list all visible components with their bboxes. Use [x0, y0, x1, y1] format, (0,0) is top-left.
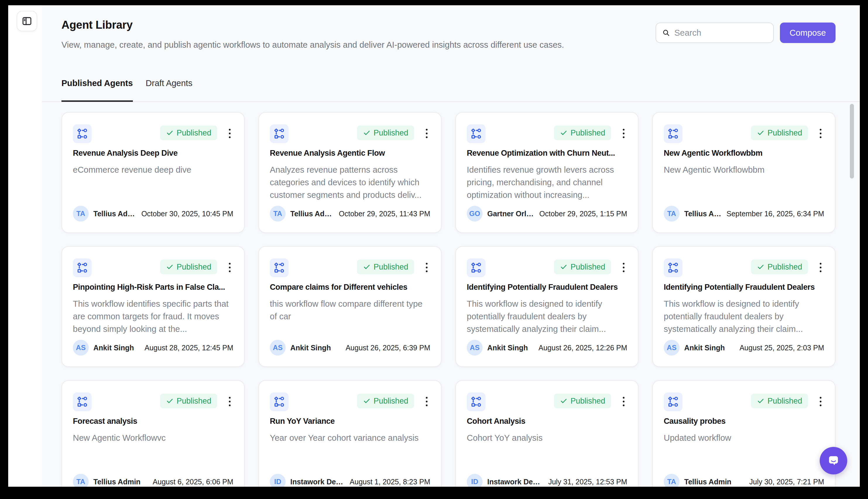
card-menu-button[interactable] [817, 126, 824, 141]
agent-card[interactable]: Published Pinpointing High-Risk Parts in… [61, 246, 245, 367]
card-timestamp: August 1, 2025, 8:23 PM [350, 478, 430, 486]
card-footer: AS Ankit Singh August 26, 2025, 6:39 PM [270, 340, 430, 356]
card-footer: ID Instawork Devel... July 31, 2025, 12:… [467, 474, 627, 487]
scrollbar-thumb[interactable] [850, 104, 854, 179]
tab-draft-agents[interactable]: Draft Agents [146, 78, 193, 102]
published-status-badge: Published [357, 259, 414, 274]
card-menu-button[interactable] [817, 260, 824, 275]
published-status-badge: Published [751, 125, 808, 140]
card-title: Causality probes [664, 416, 824, 426]
check-icon [166, 129, 173, 137]
search-box[interactable] [656, 23, 774, 43]
agent-card[interactable]: Published Revenue Analysis Agentic Flow … [258, 112, 442, 233]
check-icon [560, 263, 567, 271]
agent-card[interactable]: Published Identifying Potentially Fraudu… [455, 246, 638, 367]
card-menu-button[interactable] [817, 394, 824, 409]
card-title: New Agentic Workflowbbm [664, 148, 824, 158]
card-footer: TA Tellius Admin August 6, 2025, 6:06 PM [73, 474, 233, 487]
left-rail [8, 5, 42, 487]
author-name: Ankit Singh [684, 344, 725, 352]
card-timestamp: August 26, 2025, 6:39 PM [346, 344, 430, 352]
card-menu-button[interactable] [226, 394, 234, 409]
status-badge-label: Published [176, 397, 211, 406]
sidebar-toggle-button[interactable] [17, 11, 37, 31]
card-menu-button[interactable] [620, 260, 627, 275]
agent-card[interactable]: Published Revenue Optimization with Chur… [455, 112, 638, 233]
card-title: Pinpointing High-Risk Parts in False Cla… [73, 282, 233, 292]
card-description: This workflow is designed to identify po… [664, 297, 824, 336]
workflow-icon-tile [73, 258, 91, 277]
card-menu-button[interactable] [423, 394, 430, 409]
card-menu-button[interactable] [423, 260, 430, 275]
card-title: Cohort Analysis [467, 416, 627, 426]
card-footer: TA Tellius Admin October 30, 2025, 10:45… [73, 206, 233, 221]
workflow-icon [273, 396, 285, 408]
card-timestamp: July 31, 2025, 12:53 PM [548, 478, 627, 486]
card-menu-button[interactable] [226, 260, 234, 275]
compose-button[interactable]: Compose [780, 23, 835, 43]
agent-card[interactable]: Published Compare claims for Different v… [258, 246, 442, 367]
card-timestamp: August 25, 2025, 2:03 PM [739, 344, 824, 352]
author-avatar: TA [664, 474, 680, 487]
published-status-badge: Published [751, 394, 808, 408]
workflow-icon-tile [467, 392, 486, 411]
author-avatar: AS [467, 340, 482, 356]
card-menu-button[interactable] [620, 394, 627, 409]
card-description: eCommerce revenue deep dive [73, 163, 233, 176]
published-status-badge: Published [554, 259, 611, 274]
author-name: Instawork Devel... [290, 478, 345, 486]
author-avatar: TA [270, 206, 286, 221]
agent-card[interactable]: Published Run YoY Variance Year over Yea… [258, 380, 442, 487]
tab-bar: Published Agents Draft Agents [61, 78, 192, 102]
card-title: Revenue Optimization with Churn Neut... [467, 148, 627, 158]
workflow-icon-tile [73, 124, 91, 143]
status-badge-label: Published [374, 263, 408, 271]
status-badge-label: Published [374, 129, 408, 137]
card-menu-button[interactable] [620, 126, 627, 141]
agent-card[interactable]: Published Cohort Analysis Cohort YoY ana… [455, 380, 638, 487]
workflow-icon [470, 262, 482, 273]
card-menu-button[interactable] [226, 126, 234, 141]
check-icon [166, 263, 173, 271]
check-icon [757, 397, 765, 405]
workflow-icon-tile [73, 392, 91, 411]
check-icon [363, 129, 370, 137]
published-status-badge: Published [160, 394, 217, 408]
search-icon [662, 28, 670, 37]
check-icon [757, 129, 765, 137]
panel-layout-icon [21, 15, 33, 27]
card-title: Compare claims for Different vehicles [270, 282, 430, 292]
card-menu-button[interactable] [423, 126, 430, 141]
screenshot-frame: Agent Library View, manage, create, and … [0, 0, 868, 499]
card-title: Revenue Analysis Agentic Flow [270, 148, 430, 158]
page-title: Agent Library [61, 18, 133, 32]
search-input[interactable] [674, 28, 767, 38]
workflow-icon [76, 396, 88, 408]
agent-card[interactable]: Published Identifying Potentially Fraudu… [652, 246, 835, 367]
agent-card[interactable]: Published Causality probes Updated workf… [652, 380, 835, 487]
author-avatar: GO [467, 206, 482, 221]
card-timestamp: October 30, 2025, 10:45 PM [141, 209, 233, 218]
check-icon [166, 397, 173, 405]
check-icon [560, 397, 567, 405]
card-timestamp: July 30, 2025, 7:21 PM [749, 478, 824, 486]
chat-launcher-button[interactable] [820, 447, 847, 474]
card-title: Identifying Potentially Fraudulent Deale… [664, 282, 824, 292]
tab-published-agents[interactable]: Published Agents [61, 78, 133, 102]
card-description: This workflow identifies specific parts … [73, 297, 233, 336]
author-avatar: AS [73, 340, 89, 356]
status-badge-label: Published [176, 129, 211, 137]
card-footer: AS Ankit Singh August 28, 2025, 12:45 PM [73, 340, 233, 356]
published-status-badge: Published [160, 259, 217, 274]
author-avatar: AS [270, 340, 286, 356]
agent-card[interactable]: Published Revenue Analysis Deep Dive eCo… [61, 112, 245, 233]
workflow-icon [273, 262, 285, 273]
agent-card[interactable]: Published New Agentic Workflowbbm New Ag… [652, 112, 835, 233]
card-description: Year over Year cohort variance analysis [270, 432, 430, 444]
agent-card[interactable]: Published Forecast analysis New Agentic … [61, 380, 245, 487]
workflow-icon-tile [664, 124, 683, 143]
check-icon [363, 397, 370, 405]
chat-bubble-icon [826, 453, 841, 468]
card-footer: AS Ankit Singh August 25, 2025, 2:03 PM [664, 340, 824, 356]
card-footer: AS Ankit Singh August 26, 2025, 12:26 PM [467, 340, 627, 356]
